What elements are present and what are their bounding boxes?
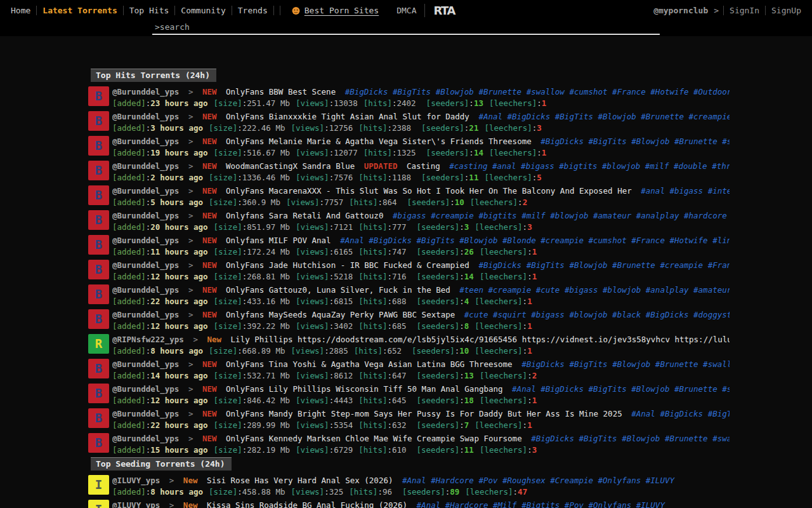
tag-links[interactable]: #BigDicks #BigTits #Blowjob #Brunette #c… bbox=[478, 260, 730, 270]
uploader-link[interactable]: @Burunddel_yps bbox=[112, 285, 179, 295]
avatar-letter: I bbox=[95, 479, 102, 491]
uploader-link[interactable]: @Burunddel_yps bbox=[112, 112, 179, 121]
torrent-title-link[interactable]: Onlyfans Sara Retali And Gattouz0 bbox=[226, 211, 383, 220]
seeders-value: 11 bbox=[469, 173, 478, 182]
torrent-title-link[interactable]: Onlyfans MILF POV Anal bbox=[226, 236, 331, 245]
uploader-avatar[interactable]: B bbox=[88, 185, 109, 205]
nav-item-trends[interactable]: Trends bbox=[232, 6, 274, 15]
tag-links[interactable]: #Anal #Hardcore #Pov #Roughsex #Creampie… bbox=[402, 476, 674, 485]
leechers-label: [leechers] bbox=[475, 420, 522, 430]
uploader-link[interactable]: @Burunddel_yps bbox=[112, 87, 179, 97]
tag-links[interactable]: #anal #bigass #interrac… bbox=[641, 186, 730, 196]
seeders-label: [seeders] bbox=[407, 197, 450, 207]
added-value: 2 hours ago bbox=[150, 173, 203, 182]
uploader-link[interactable]: @Burunddel_yps bbox=[112, 409, 179, 418]
uploader-avatar[interactable]: B bbox=[88, 111, 109, 131]
tag-links[interactable]: #teen #creampie #cute #bigass #blowjob #… bbox=[459, 285, 730, 295]
chevron-right-icon: > bbox=[188, 211, 193, 220]
account-menu[interactable]: @mypornclub bbox=[653, 6, 708, 15]
uploader-avatar[interactable]: R bbox=[88, 334, 109, 354]
torrent-title-link[interactable]: OnlyFans Mandy Bright Step-mom Says Her … bbox=[226, 409, 622, 418]
uploader-link[interactable]: @Burunddel_yps bbox=[112, 434, 179, 443]
tag-links[interactable]: #casting #anal #bigass #bigtits #blowjob… bbox=[449, 161, 730, 171]
uploader-link[interactable]: @Burunddel_yps bbox=[112, 161, 179, 171]
uploader-avatar[interactable]: B bbox=[88, 408, 109, 428]
torrent-title-link[interactable]: OnlyFans Gattouz0, Luna Silver, Fuck in … bbox=[226, 285, 450, 295]
nav-item-community[interactable]: Community bbox=[175, 6, 232, 15]
torrent-title-link[interactable]: OnlyFans Lily Phillips Wisconsin Tiff 50… bbox=[226, 384, 503, 394]
uploader-avatar[interactable]: B bbox=[88, 359, 109, 378]
torrent-title-link[interactable]: OnlyFans BBW Best Scene bbox=[226, 87, 336, 97]
uploader-link[interactable]: @ILUVY_yps bbox=[112, 500, 160, 508]
uploader-link[interactable]: @Burunddel_yps bbox=[112, 186, 179, 196]
nav-item-top-hits[interactable]: Top Hits bbox=[124, 6, 176, 15]
uploader-avatar[interactable]: B bbox=[88, 136, 109, 156]
uploader-link[interactable]: @Burunddel_yps bbox=[112, 211, 179, 220]
uploader-avatar[interactable]: I bbox=[88, 500, 109, 508]
nav-divider bbox=[280, 6, 280, 15]
tag-links[interactable]: #Anal #Hardcore #Milf #Bigtits #Pov #Onl… bbox=[417, 500, 665, 508]
signup-link[interactable]: SignUp bbox=[765, 6, 807, 15]
colon: : bbox=[387, 445, 392, 455]
uploader-link[interactable]: @RIPNsfw222_yps bbox=[112, 335, 184, 344]
uploader-avatar[interactable]: B bbox=[88, 235, 109, 255]
size-value: 268.81 Mb bbox=[247, 272, 290, 281]
search-input[interactable] bbox=[152, 21, 660, 35]
torrent-title-link[interactable]: OnlyFans Jade Hutchison - IR BBC Fucked … bbox=[226, 260, 469, 270]
torrent-title-link[interactable]: Lily Phillips https://doodstream.com/e/l… bbox=[231, 335, 730, 344]
uploader-avatar[interactable]: I bbox=[88, 475, 109, 495]
torrent-title-link[interactable]: OnlyFans MacarenaXXX - This Slut Was So … bbox=[226, 186, 632, 196]
tag-links[interactable]: #BigDicks #BigTits #Blowjob #Brunette #s… bbox=[540, 137, 730, 146]
seeders-label: [seeders] bbox=[426, 98, 469, 108]
uploader-avatar[interactable]: B bbox=[88, 161, 109, 180]
uploader-link[interactable]: @Burunddel_yps bbox=[112, 384, 179, 394]
uploader-avatar[interactable]: B bbox=[88, 433, 109, 453]
tag-links[interactable]: #BigDicks #BigTits #Blowjob #Brunette #s… bbox=[531, 434, 730, 443]
hits-value: 647 bbox=[392, 371, 407, 380]
uploader-link[interactable]: @ILUVY_yps bbox=[112, 476, 160, 485]
uploader-avatar[interactable]: B bbox=[88, 384, 109, 403]
torrent-title-link[interactable]: Kissa Sins Roadside BG Anal Fucking (202… bbox=[207, 500, 407, 508]
uploader-link[interactable]: @Burunddel_yps bbox=[112, 260, 179, 270]
colon: : bbox=[387, 297, 392, 306]
nav-item-latest-torrents[interactable]: Latest Torrents bbox=[37, 6, 123, 15]
views-label: [views] bbox=[296, 247, 329, 257]
torrent-title-link[interactable]: OnlyFans Tina Yoshi & Agatha Vega Asian … bbox=[226, 359, 513, 369]
colon: : bbox=[523, 420, 528, 430]
torrent-stats: [added]:8 hours ago[size]:668.89 Mb[view… bbox=[112, 345, 730, 356]
views-label: [views] bbox=[296, 148, 329, 157]
signin-link[interactable]: SignIn bbox=[723, 6, 765, 15]
nav-item-home[interactable]: Home bbox=[5, 6, 37, 15]
uploader-avatar[interactable]: B bbox=[88, 86, 109, 106]
tag-links[interactable]: #Anal #BigDicks #BigTits #Blowjob #Blond… bbox=[340, 236, 730, 245]
tag-links[interactable]: #BigDicks #BigTits #Blowjob #Brunette #s… bbox=[521, 359, 730, 369]
torrent-title-link[interactable]: OnlyFans Melanie Marie & Agatha Vega Sis… bbox=[226, 137, 532, 146]
best-sites-link[interactable]: Best Porn Sites bbox=[291, 6, 379, 15]
torrent-title-link[interactable]: Sisi Rose Has Very Hard Anal Sex (2026) bbox=[207, 476, 393, 485]
torrent-title-link[interactable]: OnlyFans Bianxxxkie Tight Asian Anal Slu… bbox=[226, 112, 469, 121]
torrent-row: B @Burunddel_yps > NEW OnlyFans Gattouz0… bbox=[88, 284, 730, 309]
dmca-link[interactable]: DMCA bbox=[396, 6, 416, 15]
seeders-value: 21 bbox=[469, 123, 478, 133]
tag-links[interactable]: #Anal #BigDicks #BigTits #Blowjob #Brune… bbox=[512, 384, 730, 394]
torrent-title-link[interactable]: Onlyfans MaySeeds AquaZay Perky PAWG BBC… bbox=[226, 310, 455, 319]
uploader-avatar[interactable]: B bbox=[88, 260, 109, 279]
uploader-link[interactable]: @Burunddel_yps bbox=[112, 236, 179, 245]
tag-links[interactable]: #bigass #creampie #bigtits #milf #blowjo… bbox=[393, 211, 727, 220]
tag-links[interactable]: #cute #squirt #bigass #blowjob #black #B… bbox=[464, 310, 730, 319]
colon: : bbox=[527, 247, 532, 257]
uploader-avatar[interactable]: B bbox=[88, 210, 109, 230]
uploader-avatar[interactable]: B bbox=[88, 309, 109, 329]
torrent-title-link[interactable]: OnlyFans Kennedy Marksen Chloe Mae Wife … bbox=[226, 434, 522, 443]
section-header: Top Seeding Torrents (24h) bbox=[91, 457, 232, 471]
tag-links[interactable]: #Anal #BigDicks #BigTits #Blowjob #Brune… bbox=[478, 112, 730, 121]
torrent-title-link[interactable]: WoodmanCastingX Sandra Blue bbox=[226, 161, 355, 171]
uploader-avatar[interactable]: B bbox=[88, 284, 109, 304]
torrent-title-link[interactable]: Casting bbox=[407, 161, 440, 171]
tag-links[interactable]: #Anal #BigDicks #BigTits … bbox=[631, 409, 730, 418]
uploader-link[interactable]: @Burunddel_yps bbox=[112, 137, 179, 146]
uploader-link[interactable]: @Burunddel_yps bbox=[112, 359, 179, 369]
uploader-link[interactable]: @Burunddel_yps bbox=[112, 310, 179, 319]
tag-links[interactable]: #BigDicks #BigTits #Blowjob #Brunette #s… bbox=[345, 87, 730, 97]
new-badge: New bbox=[207, 335, 221, 344]
